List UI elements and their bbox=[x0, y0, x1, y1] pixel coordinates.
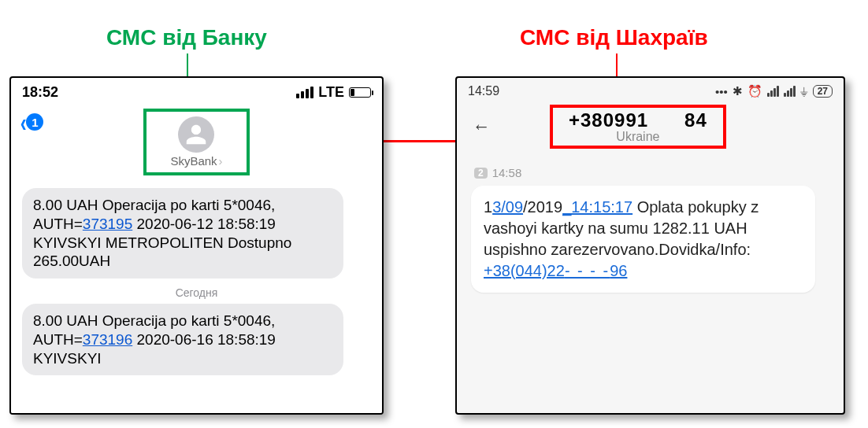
label-fraud-sms: СМС від Шахраїв bbox=[520, 25, 708, 50]
battery-icon bbox=[349, 87, 371, 98]
sms-bubble: 8.00 UAH Operacija po karti 5*0046, AUTH… bbox=[22, 188, 343, 279]
auth-link[interactable]: 373195 bbox=[83, 216, 132, 232]
message-thread[interactable]: 2 14:58 13/09/2019_14:15:17 Oplata pokup… bbox=[457, 153, 844, 301]
status-bar: 18:52 LTE bbox=[11, 78, 382, 104]
time-link[interactable]: _14:15:17 bbox=[562, 198, 632, 216]
status-time: 14:59 bbox=[468, 84, 499, 98]
sender-highlight-bank: SkyBank › bbox=[143, 109, 249, 175]
phone-screenshot-bank: 18:52 LTE ‹ 1 SkyBank › 8.00 UAH Operaci… bbox=[9, 76, 384, 415]
bluetooth-icon: ✱ bbox=[733, 84, 743, 98]
unread-badge: 1 bbox=[26, 113, 43, 131]
more-icon: ••• bbox=[715, 85, 728, 98]
message-count-badge: 2 bbox=[474, 168, 488, 179]
alarm-icon: ⏰ bbox=[747, 84, 762, 98]
phone-link[interactable]: +38(044)22- - - -96 bbox=[484, 262, 627, 279]
sms-bubble: 8.00 UAH Operacija po karti 5*0046, AUTH… bbox=[22, 304, 343, 375]
wifi-icon: ⏚ bbox=[800, 84, 808, 98]
message-timestamp: 2 14:58 bbox=[474, 166, 829, 179]
sender-phone-number: +38099184 bbox=[569, 109, 707, 131]
sender-country: Ukraine bbox=[569, 130, 707, 144]
chevron-left-icon: ‹ bbox=[20, 114, 27, 130]
network-label: LTE bbox=[318, 84, 344, 101]
avatar-icon bbox=[178, 116, 214, 153]
nav-bar: ‹ 1 SkyBank › bbox=[11, 104, 382, 183]
message-thread[interactable]: 8.00 UAH Operacija po karti 5*0046, AUTH… bbox=[11, 183, 382, 415]
phone-screenshot-fraud: 14:59 ••• ✱ ⏰ ⏚ 27 ← +38099184 Ukraine 2… bbox=[455, 76, 845, 415]
sms-text: /2019 bbox=[523, 198, 562, 216]
nav-bar: ← +38099184 Ukraine bbox=[457, 101, 844, 153]
signal-icon bbox=[784, 86, 796, 97]
battery-icon: 27 bbox=[813, 85, 833, 98]
chevron-right-icon: › bbox=[219, 154, 223, 168]
sender-name-text: SkyBank bbox=[170, 154, 217, 168]
back-button[interactable]: ← bbox=[473, 114, 509, 139]
status-bar: 14:59 ••• ✱ ⏰ ⏚ 27 bbox=[457, 78, 844, 101]
auth-link[interactable]: 373196 bbox=[83, 331, 132, 348]
day-separator: Сегодня bbox=[22, 286, 371, 299]
sender-name[interactable]: SkyBank › bbox=[170, 154, 222, 168]
signal-icon bbox=[767, 86, 779, 97]
status-time: 18:52 bbox=[22, 84, 58, 101]
sms-bubble: 13/09/2019_14:15:17 Oplata pokupky z vas… bbox=[471, 186, 815, 293]
label-bank-sms: СМС від Банку bbox=[106, 25, 267, 50]
back-button[interactable]: ‹ 1 bbox=[19, 113, 43, 131]
timestamp-text: 14:58 bbox=[492, 166, 522, 179]
signal-icon bbox=[296, 87, 313, 98]
sender-highlight-fraud: +38099184 Ukraine bbox=[550, 105, 726, 149]
date-link[interactable]: 3/09 bbox=[492, 198, 523, 216]
sms-text: 1 bbox=[484, 198, 492, 216]
